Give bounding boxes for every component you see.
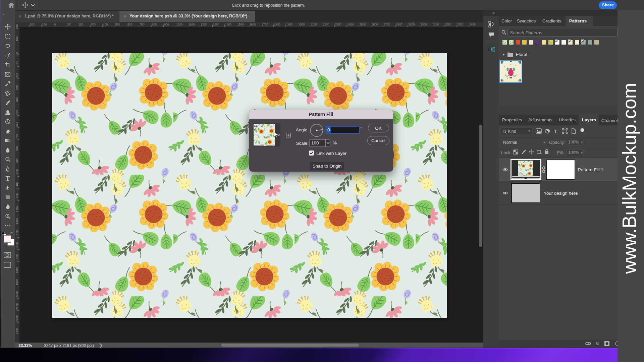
svg-text:16: 16 xyxy=(555,40,557,42)
svg-text:16: 16 xyxy=(568,40,571,42)
svg-text:16: 16 xyxy=(581,40,584,42)
svg-text:16: 16 xyxy=(254,124,257,127)
